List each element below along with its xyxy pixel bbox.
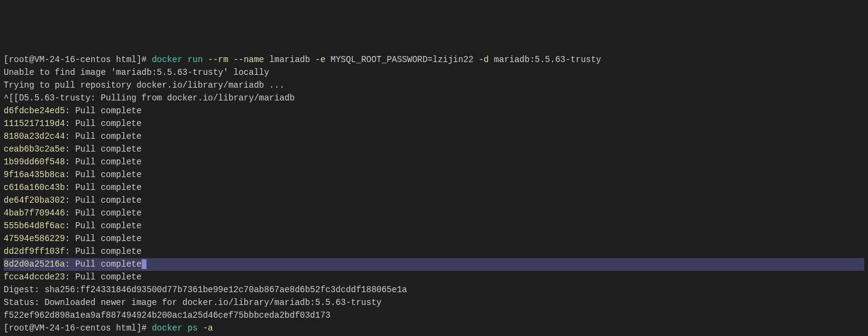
status-line: Status: Downloaded newer image for docke… xyxy=(4,296,864,309)
image-name: mariadb:5.5.63-trusty xyxy=(489,55,601,65)
pull-layer: ceab6b3c2a5e: Pull complete xyxy=(4,143,864,156)
container-id-output: f522ef962d898a1ea9af887494924b200ac1a25d… xyxy=(4,309,864,322)
output-line: Trying to pull repository docker.io/libr… xyxy=(4,79,864,92)
command-line-2: [root@VM-24-16-centos html]# docker ps -… xyxy=(4,322,864,335)
pull-layer: de64f20ba302: Pull complete xyxy=(4,194,864,207)
docker-cmd: docker ps xyxy=(152,323,198,333)
pull-layer: d6fdcbe24ed5: Pull complete xyxy=(4,105,864,117)
pull-layer: 1115217119d4: Pull complete xyxy=(4,117,864,130)
pull-layer: dd2df9ff103f: Pull complete xyxy=(4,245,864,258)
pull-layer: 47594e586229: Pull complete xyxy=(4,233,864,245)
pull-layer: 8d2d0a25216a: Pull complete xyxy=(4,258,864,271)
digest-line: Digest: sha256:ff24331846d93500d77b7361b… xyxy=(4,284,864,296)
flag-a: -a xyxy=(203,323,213,333)
pull-layer: 555b64d8f6ac: Pull complete xyxy=(4,220,864,233)
terminal-output[interactable]: [root@VM-24-16-centos html]# docker run … xyxy=(4,54,864,336)
pull-layer: 4bab7f709446: Pull complete xyxy=(4,207,864,220)
flag-e: -e xyxy=(315,55,326,65)
env-value: MYSQL_ROOT_PASSWORD=lzijin22 xyxy=(325,55,478,65)
pull-layer: fcca4dccde23: Pull complete xyxy=(4,271,864,284)
flag-name: --name xyxy=(233,55,264,65)
name-value: lmariadb xyxy=(264,55,315,65)
docker-cmd: docker run xyxy=(152,55,203,65)
pull-layer: 9f16a435b8ca: Pull complete xyxy=(4,169,864,181)
pull-layers: d6fdcbe24ed5: Pull complete1115217119d4:… xyxy=(4,105,864,284)
prompt: [root@VM-24-16-centos html]# xyxy=(4,323,152,333)
command-line-1: [root@VM-24-16-centos html]# docker run … xyxy=(4,54,864,66)
pull-layer: 8180a23d2c44: Pull complete xyxy=(4,130,864,143)
pull-layer: c616a160c43b: Pull complete xyxy=(4,181,864,194)
output-line: Unable to find image 'mariadb:5.5.63-tru… xyxy=(4,66,864,79)
output-line: ^[[D5.5.63-trusty: Pulling from docker.i… xyxy=(4,92,864,105)
pull-layer: 1b99dd60f548: Pull complete xyxy=(4,156,864,169)
flag-rm: --rm xyxy=(208,55,229,65)
prompt: [root@VM-24-16-centos html]# xyxy=(4,55,152,65)
flag-d: -d xyxy=(478,55,489,65)
